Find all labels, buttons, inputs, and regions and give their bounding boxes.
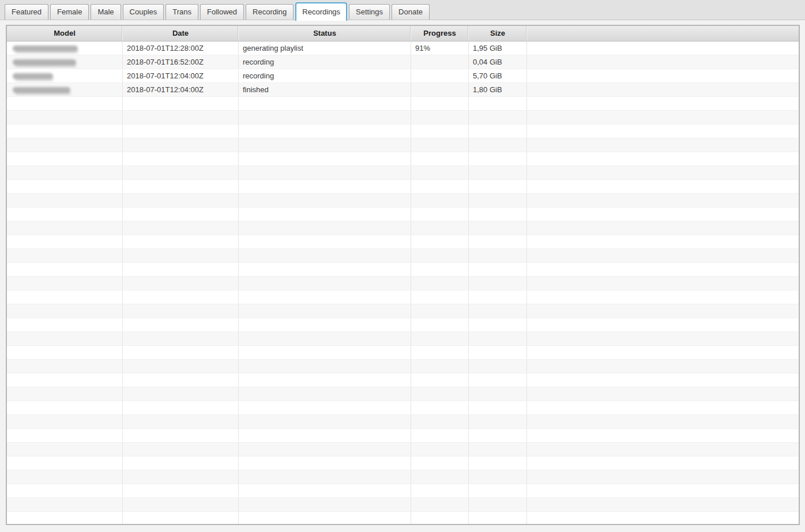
cell-model (7, 83, 123, 96)
cell-model (7, 111, 123, 124)
tab-featured[interactable]: Featured (5, 4, 48, 20)
cell-date (123, 387, 239, 401)
cell-date (123, 166, 239, 179)
cell-progress: 91% (411, 41, 469, 55)
cell-date (123, 401, 239, 414)
tab-recording[interactable]: Recording (246, 4, 294, 20)
cell-size (469, 138, 527, 152)
tab-donate[interactable]: Donate (392, 4, 430, 20)
cell-filler (527, 55, 799, 69)
cell-progress (411, 290, 469, 304)
tab-settings[interactable]: Settings (349, 4, 390, 20)
tab-label: Female (57, 7, 82, 16)
cell-status: generating playlist (239, 41, 411, 55)
table-row-empty (7, 373, 799, 387)
table-body: 2018-07-01T12:28:00Z generating playlist… (7, 41, 799, 525)
cell-date (123, 235, 239, 248)
cell-progress (411, 415, 469, 428)
cell-model (7, 124, 123, 138)
table-row-empty (7, 456, 799, 470)
cell-status (239, 290, 411, 304)
column-header-date[interactable]: Date (123, 26, 239, 41)
cell-filler (527, 346, 799, 359)
cell-date (123, 332, 239, 345)
table-row[interactable]: 2018-07-01T12:04:00Z finished 1,80 GiB (7, 83, 799, 97)
tab-male[interactable]: Male (91, 4, 121, 20)
cell-progress (411, 235, 469, 248)
table-row-empty (7, 512, 799, 525)
cell-status (239, 152, 411, 165)
table-row-empty (7, 415, 799, 429)
tab-female[interactable]: Female (50, 4, 89, 20)
cell-status (239, 332, 411, 345)
tab-followed[interactable]: Followed (200, 4, 244, 20)
tab-label: Recording (253, 7, 287, 16)
tab-label: Couples (130, 7, 157, 16)
cell-size (469, 332, 527, 345)
table-row[interactable]: 2018-07-01T12:04:00Z recording 5,70 GiB (7, 69, 799, 83)
cell-progress (411, 512, 469, 525)
cell-model (7, 443, 123, 456)
cell-date (123, 346, 239, 359)
cell-date (123, 277, 239, 290)
column-header-filler[interactable] (527, 26, 799, 41)
cell-progress (411, 456, 469, 470)
cell-date (123, 443, 239, 456)
cell-date (123, 415, 239, 428)
cell-progress (411, 429, 469, 442)
table-row-empty (7, 207, 799, 221)
cell-progress (411, 69, 469, 82)
cell-size (469, 304, 527, 318)
cell-model (7, 138, 123, 152)
tab-trans[interactable]: Trans (165, 4, 198, 20)
cell-status (239, 304, 411, 318)
cell-date (123, 180, 239, 193)
cell-status (239, 512, 411, 525)
cell-filler (527, 498, 799, 511)
tab-recordings[interactable]: Recordings (295, 2, 347, 21)
cell-filler (527, 415, 799, 428)
cell-status (239, 498, 411, 511)
table-row-empty (7, 498, 799, 512)
cell-date (123, 249, 239, 262)
table-row-empty (7, 484, 799, 498)
cell-size (469, 97, 527, 110)
table-row[interactable]: 2018-07-01T12:28:00Z generating playlist… (7, 41, 799, 55)
table-row-empty (7, 387, 799, 401)
table-row-empty (7, 249, 799, 263)
cell-progress (411, 152, 469, 165)
cell-date (123, 207, 239, 221)
redacted-model-name (13, 59, 76, 65)
cell-date (123, 498, 239, 511)
tab-couples[interactable]: Couples (123, 4, 164, 20)
cell-date (123, 290, 239, 304)
cell-progress (411, 180, 469, 193)
cell-size (469, 152, 527, 165)
cell-size (469, 249, 527, 262)
column-header-model[interactable]: Model (7, 26, 123, 41)
cell-date (123, 373, 239, 387)
column-header-progress[interactable]: Progress (411, 26, 469, 41)
cell-date (123, 484, 239, 497)
cell-filler (527, 512, 799, 525)
table-row[interactable]: 2018-07-01T16:52:00Z recording 0,04 GiB (7, 55, 799, 69)
cell-filler (527, 443, 799, 456)
cell-date (123, 263, 239, 276)
cell-size: 5,70 GiB (469, 69, 527, 82)
column-header-status[interactable]: Status (239, 26, 411, 41)
cell-model (7, 207, 123, 221)
cell-size (469, 443, 527, 456)
cell-filler (527, 249, 799, 262)
column-header-size[interactable]: Size (469, 26, 527, 41)
table-row-empty (7, 290, 799, 304)
cell-model (7, 166, 123, 179)
cell-progress (411, 304, 469, 318)
cell-size (469, 221, 527, 235)
cell-size (469, 346, 527, 359)
cell-progress (411, 221, 469, 235)
table-row-empty (7, 194, 799, 207)
cell-date (123, 456, 239, 470)
cell-size (469, 470, 527, 484)
table-row-empty (7, 470, 799, 484)
cell-date: 2018-07-01T16:52:00Z (123, 55, 239, 69)
